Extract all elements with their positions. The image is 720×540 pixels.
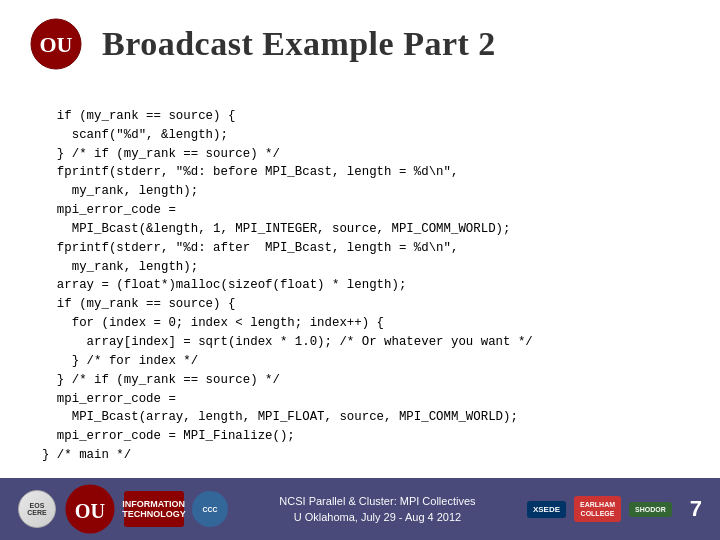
- code-block: if (my_rank == source) { scanf("%d", &le…: [30, 80, 690, 473]
- xsede-logo: XSEDE: [527, 501, 566, 518]
- footer-right: XSEDE EARLHAMCOLLEGE SHODOR 7: [527, 496, 702, 522]
- footer: EOSCERE OU INFORMATIONTECHNOLOGY CCC NCS…: [0, 478, 720, 540]
- code-line-13: array[index] = sqrt(index * 1.0); /* Or …: [42, 335, 533, 349]
- code-line-1: if (my_rank == source) {: [42, 109, 235, 123]
- code-line-4: fprintf(stderr, "%d: before MPI_Bcast, l…: [42, 165, 458, 179]
- code-line-7: MPI_Bcast(&length, 1, MPI_INTEGER, sourc…: [42, 222, 510, 236]
- code-line-3: } /* if (my_rank == source) */: [42, 147, 280, 161]
- code-line-14: } /* for index */: [42, 354, 198, 368]
- ou-logo: OU: [30, 18, 82, 70]
- code-line-18: mpi_error_code = MPI_Finalize();: [42, 429, 295, 443]
- footer-line2: U Oklahoma, July 29 - Aug 4 2012: [279, 509, 475, 526]
- code-line-9: my_rank, length);: [42, 260, 198, 274]
- code-line-16: mpi_error_code =: [42, 392, 176, 406]
- code-line-2: scanf("%d", &length);: [42, 128, 228, 142]
- ccc-logo: CCC: [192, 491, 228, 527]
- code-line-8: fprintf(stderr, "%d: after MPI_Bcast, le…: [42, 241, 458, 255]
- code-line-5: my_rank, length);: [42, 184, 198, 198]
- code-line-15: } /* if (my_rank == source) */: [42, 373, 280, 387]
- svg-text:OU: OU: [75, 500, 106, 522]
- code-line-12: for (index = 0; index < length; index++)…: [42, 316, 384, 330]
- eoscere-logo: EOSCERE: [18, 490, 56, 528]
- footer-line1: NCSI Parallel & Cluster: MPI Collectives: [279, 493, 475, 510]
- footer-left-logos: EOSCERE OU INFORMATIONTECHNOLOGY CCC: [18, 483, 228, 535]
- it-logo: INFORMATIONTECHNOLOGY: [124, 491, 184, 527]
- footer-center-text: NCSI Parallel & Cluster: MPI Collectives…: [279, 493, 475, 526]
- ou-small-logo: OU: [64, 483, 116, 535]
- code-line-19: } /* main */: [42, 448, 131, 462]
- page-title: Broadcast Example Part 2: [102, 25, 496, 63]
- code-line-10: array = (float*)malloc(sizeof(float) * l…: [42, 278, 406, 292]
- header: OU Broadcast Example Part 2: [0, 0, 720, 80]
- code-line-17: MPI_Bcast(array, length, MPI_FLOAT, sour…: [42, 410, 518, 424]
- earlham-logo: EARLHAMCOLLEGE: [574, 496, 621, 522]
- code-line-6: mpi_error_code =: [42, 203, 176, 217]
- shodor-logo: SHODOR: [629, 502, 672, 517]
- page-number: 7: [690, 496, 702, 522]
- svg-text:OU: OU: [40, 32, 73, 57]
- code-line-11: if (my_rank == source) {: [42, 297, 235, 311]
